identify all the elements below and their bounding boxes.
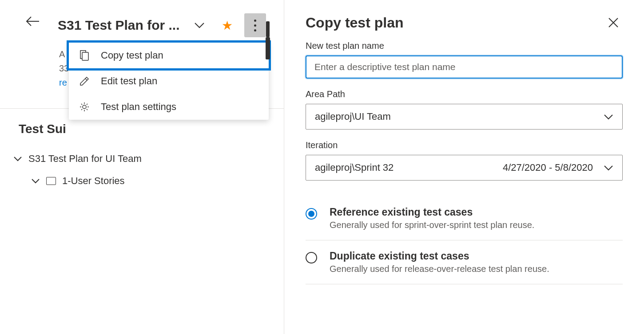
plan-chevron-icon[interactable] — [194, 22, 205, 28]
obscured-line-1: A — [59, 49, 65, 59]
panel-header: Copy test plan — [306, 13, 623, 32]
name-label: New test plan name — [306, 41, 623, 51]
close-icon — [608, 17, 619, 28]
folder-icon — [46, 177, 56, 185]
chevron-down-icon — [31, 178, 40, 184]
tree-item-label: 1-User Stories — [62, 175, 125, 187]
radio-duplicate-existing[interactable]: Duplicate existing test cases Generally … — [306, 240, 623, 284]
tree-item-root[interactable]: S31 Test Plan for UI Team — [13, 148, 284, 170]
test-plan-name-input[interactable] — [306, 55, 623, 79]
name-field-group: New test plan name — [306, 41, 623, 79]
chevron-down-icon — [604, 165, 613, 171]
menu-item-label: Copy test plan — [101, 50, 163, 61]
back-arrow-icon[interactable] — [26, 16, 40, 27]
close-button[interactable] — [604, 13, 623, 32]
iteration-group: Iteration agileproj\Sprint 32 4/27/2020 … — [306, 140, 623, 181]
radio-description: Generally used for release-over-release … — [330, 264, 549, 274]
svg-point-1 — [83, 105, 86, 109]
copy-icon — [79, 50, 90, 61]
panel-title: Copy test plan — [306, 15, 403, 31]
area-path-value: agileproj\UI Team — [315, 111, 391, 122]
radio-indicator — [306, 252, 317, 263]
obscured-link[interactable]: re — [59, 78, 67, 87]
pencil-icon — [79, 75, 90, 87]
context-menu: Copy test plan Edit test plan Test plan … — [69, 43, 269, 120]
radio-indicator-selected — [306, 208, 317, 220]
plan-title: S31 Test Plan for ... — [58, 18, 180, 33]
tree-item-child[interactable]: 1-User Stories — [13, 170, 284, 192]
radio-reference-existing[interactable]: Reference existing test cases Generally … — [306, 196, 623, 240]
iteration-dates: 4/27/2020 - 5/8/2020 — [503, 162, 593, 173]
radio-title: Reference existing test cases — [330, 206, 534, 218]
iteration-value: agileproj\Sprint 32 — [315, 162, 394, 173]
plan-header: S31 Test Plan for ... ★ — [0, 0, 284, 42]
svg-rect-0 — [82, 52, 88, 60]
area-path-group: Area Path agileproj\UI Team — [306, 89, 623, 130]
area-path-label: Area Path — [306, 89, 623, 99]
left-panel: S31 Test Plan for ... ★ A 33 re Copy te — [0, 0, 284, 334]
more-dots-icon — [254, 20, 256, 31]
favorite-star-icon[interactable]: ★ — [222, 18, 233, 33]
more-actions-button[interactable] — [244, 13, 266, 37]
tree-item-label: S31 Test Plan for UI Team — [28, 153, 142, 165]
iteration-label: Iteration — [306, 140, 623, 150]
copy-option-radio-group: Reference existing test cases Generally … — [306, 196, 623, 284]
iteration-dropdown[interactable]: agileproj\Sprint 32 4/27/2020 - 5/8/2020 — [306, 155, 623, 181]
radio-text: Duplicate existing test cases Generally … — [330, 250, 549, 274]
chevron-down-icon — [604, 114, 613, 120]
suite-tree: S31 Test Plan for UI Team 1-User Stories — [0, 141, 284, 192]
radio-title: Duplicate existing test cases — [330, 250, 549, 262]
radio-description: Generally used for sprint-over-sprint te… — [330, 220, 534, 230]
radio-text: Reference existing test cases Generally … — [330, 206, 534, 230]
chevron-down-icon — [13, 156, 22, 161]
area-path-dropdown[interactable]: agileproj\UI Team — [306, 104, 623, 130]
menu-item-test-plan-settings[interactable]: Test plan settings — [69, 94, 269, 120]
menu-item-copy-test-plan[interactable]: Copy test plan — [67, 40, 271, 71]
menu-item-edit-test-plan[interactable]: Edit test plan — [69, 68, 269, 94]
copy-test-plan-panel: Copy test plan New test plan name Area P… — [284, 0, 644, 334]
gear-icon — [79, 101, 90, 113]
menu-item-label: Test plan settings — [101, 101, 176, 113]
menu-item-label: Edit test plan — [101, 75, 157, 87]
